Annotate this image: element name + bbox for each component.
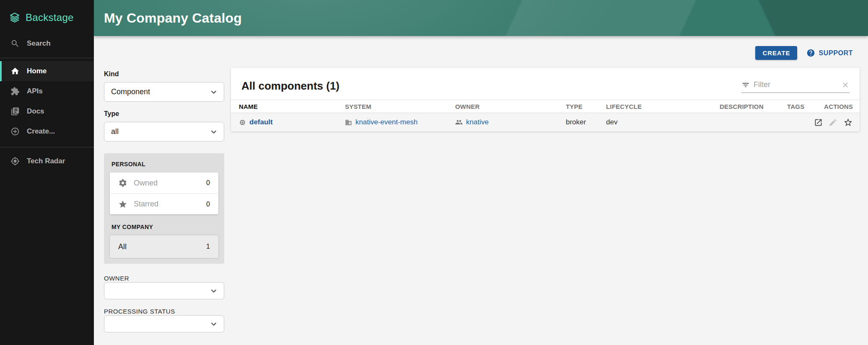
- help-icon: [806, 49, 815, 57]
- personal-card: Owned 0 Starred 0: [110, 172, 218, 214]
- table-row: default knative-event-mesh knative broke…: [231, 113, 860, 131]
- support-label: SUPPORT: [819, 49, 853, 57]
- home-icon: [10, 67, 20, 76]
- sidebar-item-tech-radar[interactable]: Tech Radar: [0, 151, 94, 171]
- entity-picker-panel: PERSONAL Owned 0 Starred 0: [104, 153, 224, 264]
- processing-status-select[interactable]: [104, 315, 224, 332]
- backstage-logo[interactable]: Backstage: [0, 0, 94, 25]
- filters-panel: Kind Component Type all PERS: [104, 70, 224, 341]
- components-table-card: All components (1) NAME SYSTEM OWNER TYP…: [231, 68, 860, 131]
- sidebar-item-label: Create...: [27, 127, 55, 136]
- sidebar-item-label: APIs: [27, 87, 43, 95]
- puzzle-icon: [10, 87, 20, 96]
- type-label: Type: [104, 110, 224, 118]
- backstage-stack-icon: [8, 11, 21, 24]
- all-count: 1: [206, 243, 210, 250]
- table-header-row: NAME SYSTEM OWNER TYPE LIFECYCLE DESCRIP…: [231, 100, 860, 113]
- company-header: MY COMPANY: [111, 224, 218, 230]
- sidebar-item-label: Tech Radar: [27, 157, 65, 165]
- entity-link[interactable]: default: [249, 118, 273, 126]
- owner-label: OWNER: [104, 275, 129, 282]
- processing-status-label: PROCESSING STATUS: [104, 308, 175, 315]
- system-link[interactable]: knative-event-mesh: [355, 118, 417, 126]
- sidebar: Backstage Search Home APIs Docs: [0, 0, 94, 345]
- owner-cell: knative: [455, 118, 566, 126]
- type-value: all: [111, 127, 119, 136]
- kind-label: Kind: [104, 70, 224, 78]
- column-header-system[interactable]: SYSTEM: [345, 103, 455, 110]
- column-header-owner[interactable]: OWNER: [455, 103, 566, 110]
- personal-header: PERSONAL: [111, 161, 218, 167]
- kind-filter: Kind Component: [104, 70, 224, 102]
- owner-select[interactable]: [104, 282, 224, 299]
- column-header-actions: ACTIONS: [823, 103, 853, 110]
- page-header: My Company Catalog: [94, 0, 868, 36]
- table-toolbar: All components (1): [231, 68, 860, 93]
- gear-icon: [118, 178, 127, 188]
- type-filter: Type all: [104, 110, 224, 142]
- owned-count: 0: [206, 179, 210, 187]
- column-header-tags[interactable]: TAGS: [787, 103, 823, 110]
- chevron-down-icon: [209, 319, 219, 329]
- add-circle-icon: [10, 127, 20, 136]
- processing-status-filter: PROCESSING STATUS: [104, 308, 224, 332]
- column-header-lifecycle[interactable]: LIFECYCLE: [606, 103, 720, 110]
- lifecycle-cell: dev: [606, 118, 720, 126]
- table-filter-input[interactable]: [754, 80, 837, 89]
- main-content: CREATE SUPPORT Kind Component T: [94, 36, 868, 345]
- toolbar: CREATE SUPPORT: [755, 46, 853, 60]
- owner-link[interactable]: knative: [466, 118, 489, 126]
- create-button[interactable]: CREATE: [755, 46, 797, 60]
- building-icon: [345, 119, 352, 126]
- sidebar-divider: [0, 58, 94, 58]
- sidebar-divider: [0, 147, 94, 147]
- brand-name: Backstage: [26, 12, 74, 23]
- chevron-down-icon: [209, 286, 219, 296]
- sidebar-item-label: Docs: [27, 107, 44, 116]
- type-select[interactable]: all: [104, 122, 224, 142]
- sidebar-item-docs[interactable]: Docs: [0, 101, 94, 121]
- filter-owned[interactable]: Owned 0: [110, 172, 218, 193]
- system-cell: knative-event-mesh: [345, 118, 455, 126]
- sidebar-item-label: Home: [27, 67, 47, 75]
- actions-cell: [823, 118, 853, 127]
- starred-label: Starred: [134, 200, 206, 209]
- search-icon: [10, 39, 20, 48]
- sidebar-item-search[interactable]: Search: [0, 33, 94, 54]
- star-outline-icon[interactable]: [843, 118, 853, 127]
- support-button[interactable]: SUPPORT: [806, 49, 853, 57]
- star-icon: [118, 200, 127, 209]
- all-label: All: [118, 242, 206, 251]
- radar-target-icon: [10, 157, 20, 166]
- library-docs-icon: [10, 107, 20, 116]
- clear-filter-icon[interactable]: [841, 81, 850, 89]
- edit-pencil-icon: [829, 118, 837, 127]
- group-icon: [455, 118, 463, 126]
- column-header-name[interactable]: NAME: [239, 103, 345, 110]
- starred-count: 0: [206, 201, 210, 208]
- table-filter: [741, 79, 850, 93]
- column-header-type[interactable]: TYPE: [566, 103, 606, 110]
- type-cell: broker: [566, 118, 606, 126]
- owner-filter: OWNER: [104, 275, 224, 299]
- sidebar-item-apis[interactable]: APIs: [0, 81, 94, 101]
- page-title: My Company Catalog: [104, 10, 242, 26]
- chevron-down-icon: [209, 87, 219, 97]
- filter-list-icon: [741, 81, 750, 89]
- table-title: All components (1): [241, 80, 339, 93]
- chevron-down-icon: [209, 127, 219, 137]
- owned-label: Owned: [134, 179, 206, 188]
- column-header-description[interactable]: DESCRIPTION: [720, 103, 787, 110]
- sidebar-item-create[interactable]: Create...: [0, 121, 94, 142]
- kind-value: Component: [111, 88, 150, 96]
- open-in-new-icon[interactable]: [814, 118, 823, 127]
- name-cell: default: [239, 118, 345, 126]
- backstage-app: Backstage Search Home APIs Docs: [0, 0, 868, 345]
- sidebar-item-label: Search: [27, 39, 51, 48]
- sidebar-item-home[interactable]: Home: [0, 61, 94, 81]
- filter-all[interactable]: All 1: [110, 235, 218, 258]
- filter-starred[interactable]: Starred 0: [110, 193, 218, 214]
- kind-select[interactable]: Component: [104, 82, 224, 102]
- chip-icon: [239, 119, 246, 126]
